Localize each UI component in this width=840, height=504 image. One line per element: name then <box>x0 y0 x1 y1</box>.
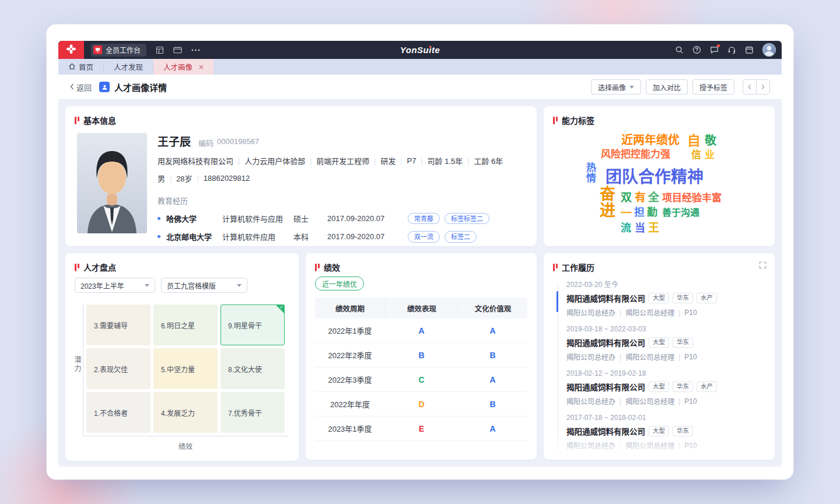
card-title: 人才盘点 <box>65 253 299 273</box>
employee-personal-line: 男|28岁|18862029812 <box>158 173 530 184</box>
work-detail-item: 揭阳公司总经办 <box>566 307 615 317</box>
education-period: 2017.09-2020.07 <box>327 214 408 223</box>
chevron-down-icon <box>629 86 634 89</box>
performance-column-header: 绩效周期 <box>315 298 385 318</box>
page-title: 人才画像详情 <box>114 81 167 93</box>
tab-talent-portrait[interactable]: 人才画像 <box>153 59 214 75</box>
search-icon[interactable] <box>675 46 684 54</box>
workspace-app-icon <box>93 46 102 54</box>
separator: | <box>620 442 621 450</box>
work-detail-item: P10 <box>684 397 696 405</box>
culture-grade: A <box>458 368 527 391</box>
ninebox-cell[interactable]: 5.中坚力量 <box>153 348 218 389</box>
button-label: 选择画像 <box>598 82 626 92</box>
ninebox-cell-label: 3.需要辅导 <box>94 320 128 330</box>
title-marker-icon <box>75 264 79 271</box>
notification-badge <box>717 44 720 47</box>
separator: | <box>678 309 680 317</box>
chevron-down-icon <box>237 284 242 287</box>
ninebox-cell[interactable]: 4.发展乏力 <box>153 392 218 433</box>
add-compare-button[interactable]: 加入对比 <box>646 79 688 94</box>
nine-box-grid: 3.需要辅导6.明日之星9.明星骨干✓2.表现欠佳5.中坚力量8.文化大使1.不… <box>86 304 285 433</box>
tab-label: 人才画像 <box>163 61 192 72</box>
x-axis-line <box>83 436 288 436</box>
back-label: 返回 <box>76 82 92 93</box>
education-major: 计算机软件与应用 <box>222 213 293 224</box>
performance-row: 2022年2季度BB <box>315 343 527 368</box>
back-button[interactable]: 返回 <box>70 82 92 93</box>
separator: | <box>400 157 402 165</box>
work-date: 2017-07-18 ~ 2018-02-01 <box>566 414 766 422</box>
work-tag: 华东 <box>673 293 693 303</box>
more-icon[interactable] <box>191 49 200 51</box>
ninebox-cell[interactable]: 8.文化大使 <box>220 348 285 389</box>
ninebox-cell-label: 9.明星骨干 <box>228 320 262 330</box>
work-history-entry: 2019-03-18 ~ 2022-03-03揭阳通威饲料有限公司大型华东揭阳公… <box>556 325 766 362</box>
tab-home[interactable]: 首页 <box>58 59 103 75</box>
work-tag: 水产 <box>696 382 717 391</box>
card-title-text: 基本信息 <box>83 114 116 126</box>
apps-icon[interactable] <box>156 46 164 54</box>
work-detail: 揭阳公司总经办|揭阳公司总经理|P10 <box>566 440 766 450</box>
bullet-icon <box>158 235 160 238</box>
performance-grade: B <box>385 343 458 367</box>
ninebox-cell[interactable]: 1.不合格者 <box>86 392 150 433</box>
performance-period: 2023年1季度 <box>315 416 385 440</box>
info-item: 工龄 6年 <box>474 155 503 166</box>
info-item: 前端开发工程师 <box>316 155 369 166</box>
prev-page-button[interactable] <box>743 79 757 94</box>
work-company: 揭阳通威饲料有限公司 <box>566 292 645 304</box>
calendar-icon[interactable] <box>745 46 754 54</box>
period-select[interactable]: 2023年上半年 <box>75 278 155 293</box>
ninebox-cell[interactable]: 9.明星骨干✓ <box>220 304 285 345</box>
ability-word: 一 <box>621 204 632 220</box>
workspace-switcher[interactable]: 全员工作台 <box>91 44 146 57</box>
education-label: 教育经历 <box>158 195 530 206</box>
ninebox-cell-label: 5.中坚力量 <box>161 364 195 374</box>
clover-logo-icon <box>66 44 76 57</box>
work-history-card: 工作履历 2022-03-20 至今揭阳通威饲料有限公司大型华东水产揭阳公司总经… <box>544 253 775 460</box>
ninebox-cell-label: 6.明日之星 <box>161 320 195 330</box>
select-value: 2023年上半年 <box>80 281 124 290</box>
ninebox-cell[interactable]: 6.明日之星 <box>153 304 218 345</box>
performance-period: 2022年2季度 <box>315 343 385 367</box>
culture-grade: A <box>458 318 527 342</box>
message-icon[interactable] <box>710 46 719 54</box>
ninebox-cell[interactable]: 2.表现欠佳 <box>86 348 150 389</box>
work-history-entry: 2022-03-20 至今揭阳通威饲料有限公司大型华东水产揭阳公司总经办|揭阳公… <box>556 279 766 317</box>
ability-word: 当 <box>635 219 645 235</box>
ninebox-cell[interactable]: 3.需要辅导 <box>86 304 150 345</box>
education-row: 北京邮电大学计算机软件应用本科2017.09-2020.07双一流标签二 <box>158 231 530 242</box>
ability-word-cloud: 近两年绩优自敬风险把控能力强信业热 情团队合作精神奋 进双有全项目经验丰富一担勤… <box>550 130 769 242</box>
ninebox-cell[interactable]: 7.优秀骨干 <box>220 392 285 433</box>
employee-code: 编码 0000198567 <box>198 137 259 148</box>
work-detail: 揭阳公司总经办|揭阳公司总经理|P10 <box>566 396 766 406</box>
performance-grade: A <box>385 318 458 342</box>
ability-word: 业 <box>705 146 715 161</box>
work-tag: 华东 <box>673 337 693 347</box>
work-detail-item: 揭阳公司总经理 <box>625 352 674 362</box>
education-tag: 标签标签二 <box>444 213 489 224</box>
performance-row: 2022年年度DB <box>315 392 527 416</box>
ability-word: 王 <box>648 219 659 235</box>
tab-close-icon[interactable] <box>199 65 204 69</box>
chevron-left-icon <box>70 83 74 92</box>
select-portrait-button[interactable]: 选择画像 <box>591 79 641 94</box>
help-icon[interactable] <box>692 46 701 54</box>
grant-tag-button[interactable]: 授予标签 <box>692 79 734 94</box>
home-icon <box>68 62 76 72</box>
ninebox-cell-label: 4.发展乏力 <box>161 408 195 418</box>
billing-icon[interactable] <box>173 47 182 54</box>
user-avatar[interactable] <box>762 43 776 57</box>
performance-card: 绩效 近一年绩优 绩效周期绩效表现文化价值观 2022年1季度AA2022年2季… <box>306 253 537 460</box>
ninebox-cell-label: 7.优秀骨干 <box>228 408 262 418</box>
template-select[interactable]: 员工九宫格模版 <box>161 278 247 293</box>
tab-talent-discovery[interactable]: 人才发现 <box>104 59 153 75</box>
expand-icon[interactable] <box>759 261 766 269</box>
next-page-button[interactable] <box>756 79 770 94</box>
support-headset-icon[interactable] <box>727 46 736 54</box>
work-detail-item: 揭阳公司总经理 <box>625 396 674 406</box>
brand-logo[interactable] <box>58 41 84 59</box>
employee-photo <box>77 133 147 233</box>
select-value: 员工九宫格模版 <box>167 281 216 290</box>
